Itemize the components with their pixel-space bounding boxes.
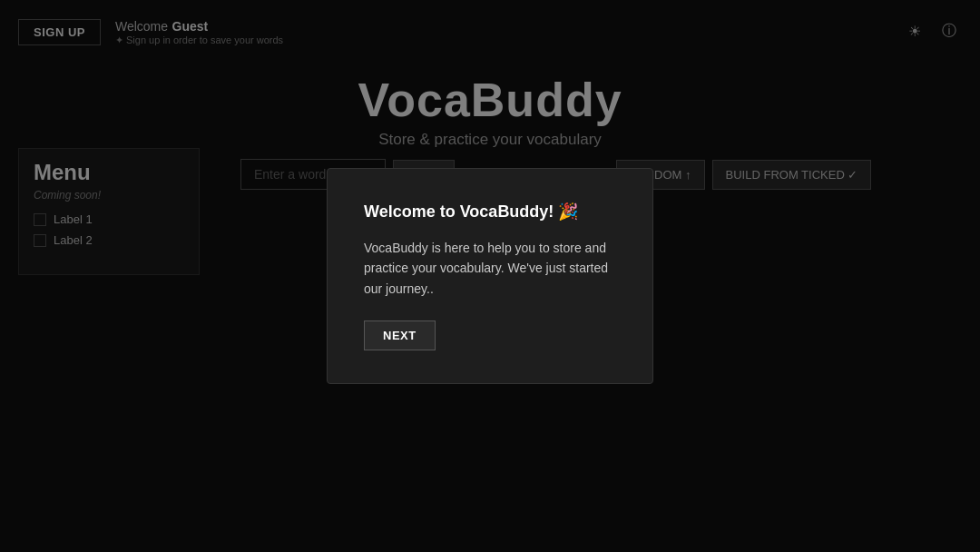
modal-overlay: Welcome to VocaBuddy! 🎉 VocaBuddy is her… bbox=[0, 0, 980, 552]
welcome-modal: Welcome to VocaBuddy! 🎉 VocaBuddy is her… bbox=[327, 168, 653, 384]
modal-body: VocaBuddy is here to help you to store a… bbox=[364, 238, 616, 299]
modal-next-button[interactable]: NEXT bbox=[364, 320, 436, 350]
modal-title: Welcome to VocaBuddy! 🎉 bbox=[364, 202, 616, 222]
